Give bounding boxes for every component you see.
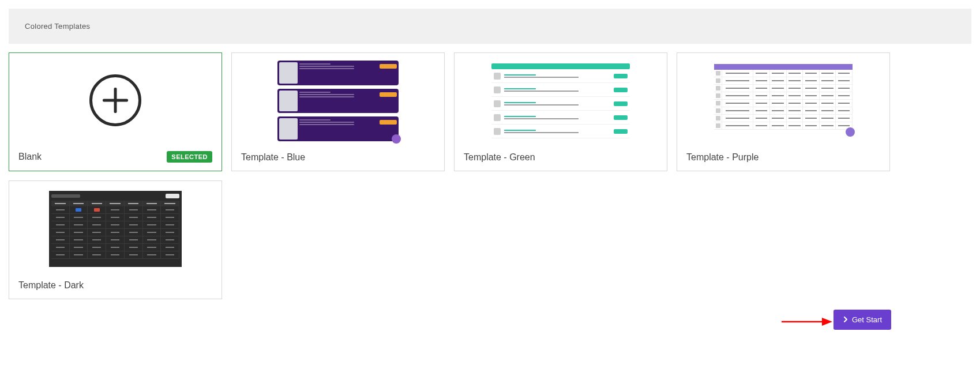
preview-purple-thumbnail xyxy=(714,64,853,138)
template-label: Template - Purple xyxy=(686,152,759,163)
template-card-purple[interactable]: Template - Purple xyxy=(677,52,890,171)
chevron-right-icon xyxy=(843,315,848,324)
template-footer: Template - Green xyxy=(455,144,667,171)
template-card-blank[interactable]: Blank SELECTED xyxy=(9,52,222,171)
template-preview xyxy=(9,181,221,272)
selected-badge: SELECTED xyxy=(167,151,212,163)
template-footer: Template - Purple xyxy=(677,144,889,171)
template-footer: Blank SELECTED xyxy=(9,143,221,171)
preview-green-thumbnail xyxy=(491,63,630,138)
get-start-button[interactable]: Get Start xyxy=(833,310,891,330)
template-label: Template - Green xyxy=(464,152,535,163)
template-preview xyxy=(455,53,667,144)
preview-dark-thumbnail xyxy=(49,191,182,267)
template-footer: Template - Dark xyxy=(9,272,221,299)
template-preview xyxy=(9,53,221,143)
template-label: Template - Blue xyxy=(241,152,305,163)
plus-icon xyxy=(89,74,141,126)
preview-blue-thumbnail xyxy=(277,61,399,141)
template-preview xyxy=(232,53,444,144)
template-card-green[interactable]: Template - Green xyxy=(454,52,667,171)
template-label: Blank xyxy=(18,152,42,162)
svg-marker-1 xyxy=(822,318,832,326)
template-card-blue[interactable]: Template - Blue xyxy=(231,52,445,171)
get-start-label: Get Start xyxy=(852,315,882,324)
page-footer: Get Start xyxy=(0,299,980,344)
section-title: Colored Templates xyxy=(25,22,90,31)
templates-grid: Blank SELECTED Template - Blue xyxy=(0,52,980,299)
template-label: Template - Dark xyxy=(18,280,84,291)
template-card-dark[interactable]: Template - Dark xyxy=(9,180,222,299)
arrow-annotation-icon xyxy=(780,316,832,327)
section-header: Colored Templates xyxy=(9,9,971,44)
template-preview xyxy=(677,53,889,144)
template-footer: Template - Blue xyxy=(232,144,444,171)
